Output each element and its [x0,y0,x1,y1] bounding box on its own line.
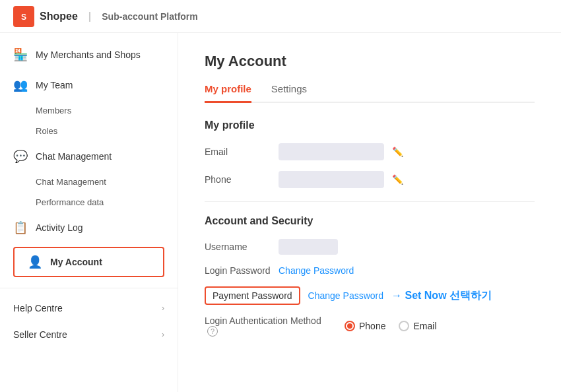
sidebar: 🏪 My Merchants and Shops 👥 My Team Membe… [0,33,178,392]
sidebar-label-merchants: My Merchants and Shops [36,49,141,60]
username-row: Username [205,239,535,255]
auth-method-help-icon[interactable]: ? [207,326,218,337]
change-password-link[interactable]: Change Password [279,265,354,276]
login-password-row: Login Password Change Password [205,265,535,276]
sidebar-item-chat[interactable]: 💬 Chat Management [0,141,178,172]
radio-phone-inner [347,323,352,329]
auth-method-row: Login Authentication Method ? Phone Emai… [205,315,535,337]
tabs: My profile Settings [205,83,535,103]
sidebar-sub-performance[interactable]: Performance data [0,192,178,212]
header-divider: | [88,11,91,22]
merchants-icon: 🏪 [13,48,28,62]
team-icon: 👥 [13,78,28,92]
layout: 🏪 My Merchants and Shops 👥 My Team Membe… [0,33,561,392]
section-divider [205,201,535,202]
page-title: My Account [205,53,535,70]
chat-icon: 💬 [13,149,28,164]
header-subtitle: Sub-account Platform [102,11,197,22]
phone-edit-icon[interactable]: ✏️ [392,174,403,185]
radio-email[interactable]: Email [399,321,436,331]
logo: S Shopee | Sub-account Platform [13,6,198,27]
sidebar-item-seller[interactable]: Seller Centre › [0,321,178,348]
sidebar-label-chat: Chat Management [36,151,112,162]
phone-row: Phone ✏️ [205,171,535,188]
help-centre-label: Help Centre [13,303,63,313]
payment-password-row: Payment Password Change Password → Set N… [205,286,535,305]
sidebar-sub-roles[interactable]: Roles [0,121,178,141]
radio-email-outer [399,321,409,331]
help-chevron-icon: › [162,304,164,313]
login-password-label: Login Password [205,265,271,276]
sidebar-sub-members[interactable]: Members [0,100,178,121]
svg-text:S: S [21,13,26,22]
email-value [279,143,384,160]
sidebar-label-account: My Account [50,257,102,267]
radio-phone[interactable]: Phone [345,321,385,331]
seller-chevron-icon: › [162,330,164,339]
username-label: Username [205,242,271,252]
profile-section-title: My profile [205,119,535,131]
sidebar-item-merchants[interactable]: 🏪 My Merchants and Shops [0,40,178,70]
email-edit-icon[interactable]: ✏️ [392,147,403,157]
sidebar-item-help[interactable]: Help Centre › [0,295,178,321]
tab-profile[interactable]: My profile [205,83,251,103]
phone-label: Phone [205,174,271,185]
payment-password-label: Payment Password [213,290,292,301]
security-section-title: Account and Security [205,215,535,227]
seller-centre-label: Seller Centre [13,329,67,340]
radio-email-label: Email [413,321,436,331]
main-content: My Account My profile Settings My profil… [178,33,561,392]
header: S Shopee | Sub-account Platform [0,0,561,33]
set-now-label: → Set Now 선택하기 [391,289,492,303]
shopee-logo-icon: S [13,6,34,27]
brand-name: Shopee [40,11,78,22]
activity-icon: 📋 [13,220,28,235]
account-icon: 👤 [28,255,42,269]
tab-settings[interactable]: Settings [271,83,307,103]
email-label: Email [205,147,271,157]
sidebar-divider [0,288,178,288]
phone-value [279,171,384,188]
sidebar-item-account[interactable]: 👤 My Account [13,247,164,277]
sidebar-item-team[interactable]: 👥 My Team [0,70,178,100]
payment-password-box: Payment Password [205,286,300,305]
sidebar-sub-chat-management[interactable]: Chat Management [0,172,178,192]
radio-group: Phone Email [345,321,437,331]
radio-phone-outer [345,321,355,331]
email-row: Email ✏️ [205,143,535,160]
change-payment-password-link[interactable]: Change Password [308,290,383,301]
sidebar-item-activity[interactable]: 📋 Activity Log [0,212,178,243]
radio-phone-label: Phone [359,321,385,331]
auth-method-label: Login Authentication Method ? [205,315,337,337]
sidebar-label-team: My Team [36,80,73,90]
username-value [279,239,338,255]
sidebar-label-activity: Activity Log [36,222,83,233]
